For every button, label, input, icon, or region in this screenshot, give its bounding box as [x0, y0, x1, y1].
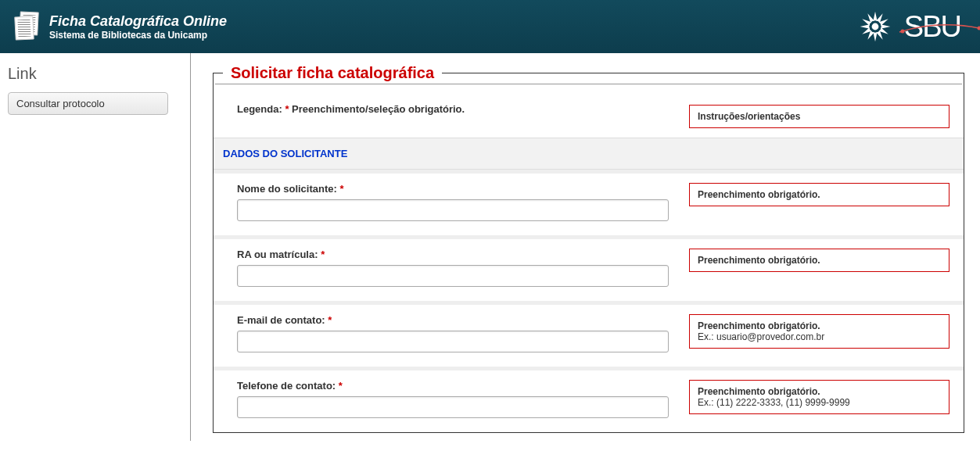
email-label: E-mail de contato: *	[237, 314, 669, 326]
ra-label: RA ou matrícula: *	[237, 249, 669, 260]
app-subtitle: Sistema de Bibliotecas da Unicamp	[49, 30, 227, 41]
nome-input[interactable]	[237, 199, 669, 221]
request-fieldset: Solicitar ficha catalográfica Legenda: *…	[213, 64, 964, 433]
required-star-icon: *	[339, 380, 343, 392]
ra-hint: Preenchimento obrigatório.	[689, 249, 949, 272]
sidebar: Link Consultar protocolo	[0, 53, 191, 441]
field-row-telefone: Telefone de contato: * Preenchimento obr…	[214, 367, 964, 432]
app-header: Ficha Catalográfica Online Sistema de Bi…	[0, 0, 980, 53]
legend-row: Legenda: * Preenchimento/seleção obrigat…	[214, 94, 964, 138]
telefone-input[interactable]	[237, 396, 669, 418]
main: Solicitar ficha catalográfica Legenda: *…	[191, 53, 980, 441]
header-title-block: Ficha Catalográfica Online Sistema de Bi…	[49, 13, 227, 41]
svg-point-0	[871, 23, 878, 30]
field-row-email: E-mail de contato: * Preenchimento obrig…	[214, 301, 964, 367]
email-hint: Preenchimento obrigatório. Ex.: usuario@…	[689, 314, 949, 349]
nome-label: Nome do solicitante: *	[237, 183, 669, 195]
instructions-box: Instruções/orientações	[689, 105, 949, 128]
header-left: Ficha Catalográfica Online Sistema de Bi…	[12, 12, 227, 41]
header-right: SBU	[858, 9, 968, 44]
document-stack-icon	[12, 12, 41, 41]
sunburst-logo-icon	[858, 9, 892, 44]
nome-hint: Preenchimento obrigatório.	[689, 183, 949, 206]
consult-protocol-button[interactable]: Consultar protocolo	[8, 92, 168, 115]
sidebar-heading: Link	[8, 65, 181, 83]
app-title: Ficha Catalográfica Online	[49, 13, 227, 30]
ra-input[interactable]	[237, 265, 669, 287]
form-legend: Solicitar ficha catalográfica	[223, 64, 442, 82]
field-row-nome: Nome do solicitante: * Preenchimento obr…	[214, 170, 964, 235]
caption-label: Legenda:	[237, 103, 282, 115]
required-star-icon: *	[285, 103, 289, 115]
svg-point-2	[977, 26, 980, 30]
caption-text: Preenchimento/seleção obrigatório.	[292, 103, 465, 115]
required-star-icon: *	[328, 314, 332, 326]
content-area: Link Consultar protocolo Solicitar ficha…	[0, 53, 980, 441]
required-star-icon: *	[321, 249, 325, 260]
sbu-logo: SBU	[904, 10, 960, 44]
required-star-icon: *	[339, 183, 343, 195]
field-row-ra: RA ou matrícula: * Preenchimento obrigat…	[214, 235, 964, 301]
telefone-label: Telefone de contato: *	[237, 380, 669, 392]
telefone-hint: Preenchimento obrigatório. Ex.: (11) 222…	[689, 380, 949, 414]
section-title: DADOS DO SOLICITANTE	[223, 148, 347, 159]
instructions-label: Instruções/orientações	[698, 111, 800, 122]
email-input[interactable]	[237, 331, 669, 352]
sbu-text: SBU	[904, 10, 960, 43]
section-header-solicitante: DADOS DO SOLICITANTE	[214, 138, 964, 170]
